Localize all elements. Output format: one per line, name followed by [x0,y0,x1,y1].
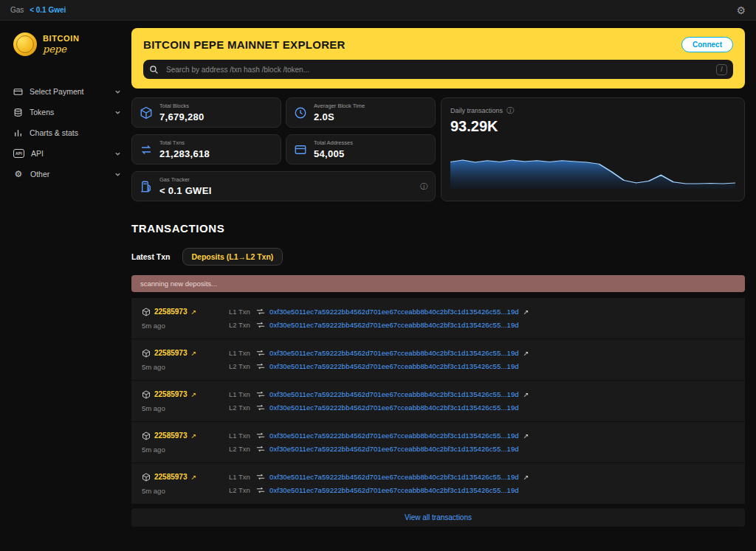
block-number-link[interactable]: 22585973 [154,308,188,316]
l1-txn-label: L1 Txn [229,473,252,481]
charts-icon [13,128,23,138]
l2-hash-link[interactable]: 0xf30e5011ec7a59222bb4562d701ee67cceabb8… [269,362,519,370]
other-gear-icon: ⚙ [13,170,24,179]
l1-hash-link[interactable]: 0xf30e5011ec7a59222bb4562d701ee67cceabb8… [269,473,519,481]
external-link-icon: ↗ [523,474,529,481]
info-icon[interactable]: ⓘ [420,181,427,192]
chevron-down-icon [114,89,121,95]
block-number-link[interactable]: 22585973 [154,349,188,357]
transaction-row-block-section: 22585973 ↗ 5m ago [142,390,229,412]
l1-hash-link[interactable]: 0xf30e5011ec7a59222bb4562d701ee67cceabb8… [269,349,519,357]
block-number-link[interactable]: 22585973 [154,473,188,481]
transaction-row-block-section: 22585973 ↗ 5m ago [142,308,229,330]
info-icon[interactable]: ⓘ [506,105,514,116]
l2-txn-label: L2 Txn [229,486,252,494]
l1-txn-label: L1 Txn [229,390,252,398]
tab-latest-txn[interactable]: Latest Txn [131,252,171,261]
brand-text: BITCOIN pepe [43,35,79,54]
sidebar-item-tokens[interactable]: Tokens [13,102,121,122]
brand-line1: BITCOIN [43,35,79,43]
swap-icon [256,391,265,398]
l2-txn-label: L2 Txn [229,403,252,412]
transfer-arrows-icon [140,143,153,156]
sidebar-item-api[interactable]: API API [13,143,121,164]
transaction-list: 22585973 ↗ 5m ago L1 Txn 0xf30e5011ec7a5… [131,298,745,504]
l2-txn-label: L2 Txn [229,321,252,329]
l2-txn-label: L2 Txn [229,445,252,453]
block-cube-icon [142,432,151,440]
gas-value-link[interactable]: < 0.1 Gwei [30,6,66,14]
transactions-tabs: Latest Txn Deposits (L1→L2 Txn) [131,248,745,266]
transaction-row-block-section: 22585973 ↗ 5m ago [142,473,229,495]
payment-icon [13,87,23,97]
tab-deposits[interactable]: Deposits (L1→L2 Txn) [182,248,284,266]
chevron-down-icon [114,109,121,116]
daily-transactions-panel: Daily transactions ⓘ 93.29K [441,97,745,201]
stat-card-total-blocks: Total Blocks 7,679,280 [131,97,281,128]
brand-line2: pepe [43,44,79,54]
block-number-link[interactable]: 22585973 [154,432,188,440]
sidebar-item-other[interactable]: ⚙ Other [13,164,121,184]
swap-icon [256,308,265,315]
transaction-row: 22585973 ↗ 5m ago L1 Txn 0xf30e5011ec7a5… [131,339,745,380]
stat-label: Total Blocks [159,103,205,109]
block-cube-icon [142,473,151,482]
block-cube-icon [140,106,153,119]
view-all-transactions-link[interactable]: View all transactions [131,508,745,527]
swap-icon [256,350,265,356]
transaction-row: 22585973 ↗ 5m ago L1 Txn 0xf30e5011ec7a5… [131,381,745,421]
connect-button[interactable]: Connect [681,37,733,52]
swap-icon [256,322,265,328]
external-link-icon: ↗ [191,474,197,481]
stat-value: < 0.1 GWEI [159,185,212,196]
l2-hash-link[interactable]: 0xf30e5011ec7a59222bb4562d701ee67cceabb8… [269,321,519,329]
l2-hash-link[interactable]: 0xf30e5011ec7a59222bb4562d701ee67cceabb8… [269,403,519,412]
transaction-row: 22585973 ↗ 5m ago L1 Txn 0xf30e5011ec7a5… [131,298,745,339]
l2-hash-link[interactable]: 0xf30e5011ec7a59222bb4562d701ee67cceabb8… [269,445,519,453]
swap-icon [256,363,265,370]
gear-icon[interactable]: ⚙ [736,5,746,15]
sidebar-item-charts-stats[interactable]: Charts & stats [13,122,121,143]
transactions-heading: TRANSACTIONS [131,222,745,235]
l2-txn-label: L2 Txn [229,362,252,370]
external-link-icon: ↗ [523,391,529,398]
block-number-link[interactable]: 22585973 [154,390,188,398]
transaction-row-hashes: L1 Txn 0xf30e5011ec7a59222bb4562d701ee67… [229,473,529,494]
wallet-icon [294,143,307,156]
brand-logo-link[interactable]: BITCOIN pepe [13,32,121,56]
swap-icon [256,404,265,411]
transaction-row: 22585973 ↗ 5m ago L1 Txn 0xf30e5011ec7a5… [131,463,745,504]
block-cube-icon [142,308,151,316]
search-bar[interactable]: / [143,60,733,79]
page-title: BITCOIN PEPE MAINNET EXPLORER [143,38,346,51]
stat-card-total-addresses: Total Addresses 54,005 [286,134,436,164]
external-link-icon: ↗ [523,432,529,440]
search-input[interactable] [165,65,710,74]
search-icon [149,65,159,74]
transaction-time: 5m ago [142,363,229,371]
stat-label: Averager Block Time [314,103,365,109]
clock-icon [294,106,307,119]
sidebar-menu: Select Payment Tokens Charts & stats [13,81,121,184]
sidebar-item-label: API [31,149,44,158]
transaction-row-block-section: 22585973 ↗ 5m ago [142,349,229,371]
l1-hash-link[interactable]: 0xf30e5011ec7a59222bb4562d701ee67cceabb8… [269,432,519,440]
l1-hash-link[interactable]: 0xf30e5011ec7a59222bb4562d701ee67cceabb8… [269,390,519,398]
l2-hash-link[interactable]: 0xf30e5011ec7a59222bb4562d701ee67cceabb8… [269,486,519,494]
transaction-row: 22585973 ↗ 5m ago L1 Txn 0xf30e5011ec7a5… [131,422,745,462]
stat-label: Total Txns [159,139,210,146]
swap-icon [256,487,265,493]
l1-hash-link[interactable]: 0xf30e5011ec7a59222bb4562d701ee67cceabb8… [269,308,519,316]
transaction-time: 5m ago [142,446,229,454]
api-icon: API [13,149,24,158]
swap-icon [256,474,265,480]
transaction-row-block-section: 22585973 ↗ 5m ago [142,432,229,454]
sidebar-item-label: Tokens [30,108,54,117]
external-link-icon: ↗ [191,432,197,440]
bitcoin-pepe-coin-logo [13,32,37,56]
external-link-icon: ↗ [191,391,197,398]
stat-label: Total Addresses [314,139,353,146]
sidebar-item-select-payment[interactable]: Select Payment [13,81,121,102]
gas-label: Gas [10,6,24,14]
block-cube-icon [142,349,151,358]
